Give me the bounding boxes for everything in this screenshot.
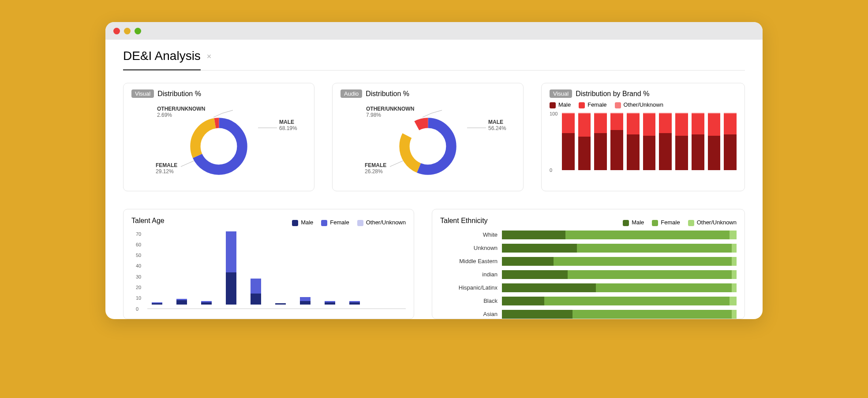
tab-header: DE&I Analysis ×	[123, 48, 745, 71]
legend-male: Male	[292, 219, 313, 226]
ethnicity-bar	[502, 231, 737, 239]
brand-bar	[708, 113, 721, 170]
age-bar	[251, 279, 261, 304]
app-window: DE&I Analysis × Visual Distribution %	[105, 22, 763, 319]
ethnicity-label: Unknown	[440, 245, 498, 251]
window-minimize-dot[interactable]	[124, 28, 131, 34]
label-female-pct: 26.28%	[365, 168, 386, 175]
label-male-name: MALE	[279, 119, 297, 125]
card-title: Audio Distribution %	[340, 89, 515, 98]
card-visual-distribution: Visual Distribution % OTHER	[123, 83, 314, 191]
ethnicity-row: Middle Eastern	[440, 257, 737, 266]
brand-bar	[643, 113, 656, 170]
y-tick: 70	[136, 231, 141, 237]
row-1: Visual Distribution % OTHER	[123, 83, 745, 191]
ethnicity-row: Asian	[440, 310, 737, 319]
card-title: Visual Distribution by Brand %	[550, 89, 737, 98]
y-tick: 0	[136, 306, 138, 312]
brand-bar	[724, 113, 737, 170]
ethnicity-label: Asian	[440, 311, 498, 317]
card-brand-distribution: Visual Distribution by Brand % Male Fema…	[541, 83, 745, 191]
donut-visual: OTHER/UNKNOWN 2.69% MALE 68.19% FEMALE 2…	[131, 98, 306, 186]
brand-bar	[675, 113, 688, 170]
ethnicity-bar	[502, 297, 737, 305]
label-other-pct: 7.98%	[366, 112, 414, 118]
row-2: Talent Age Male Female Other/Unknown 010…	[123, 209, 745, 319]
ethnicity-row: Black	[440, 297, 737, 305]
label-female-name: FEMALE	[156, 162, 177, 168]
y-tick: 10	[136, 295, 141, 301]
age-bar	[152, 302, 162, 305]
age-bar	[275, 303, 286, 304]
window-zoom-dot[interactable]	[135, 28, 141, 34]
age-bar	[325, 301, 335, 304]
card-audio-distribution: Audio Distribution % OTHER/	[332, 83, 524, 191]
brand-bar	[692, 113, 704, 170]
legend-female: Female	[652, 219, 680, 226]
ethnicity-label: Black	[440, 298, 498, 304]
ethnicity-row: White	[440, 231, 737, 239]
y-tick: 20	[136, 285, 141, 290]
badge-audio: Audio	[340, 89, 362, 98]
label-female-name: FEMALE	[365, 162, 386, 168]
legend-other: Other/Unknown	[357, 219, 406, 226]
brand-bar	[659, 113, 672, 170]
ethnicity-bar	[502, 244, 737, 253]
title-text: Talent Age	[131, 217, 165, 225]
ethnicity-rows: WhiteUnknownMiddle EasternindianHispanic…	[440, 231, 737, 319]
ethnicity-label: Hispanic/Latinx	[440, 284, 498, 291]
legend-other: Other/Unknown	[688, 219, 737, 226]
legend-brand: Male Female Other/Unknown	[550, 101, 737, 108]
title-text: Distribution by Brand %	[576, 90, 649, 98]
window-close-dot[interactable]	[113, 28, 120, 34]
badge-visual: Visual	[550, 89, 572, 98]
label-male-pct: 68.19%	[279, 125, 297, 131]
card-talent-ethnicity: Talent Ethnicity Male Female Other/Unkno…	[432, 209, 745, 319]
legend-male: Male	[550, 101, 571, 108]
title-text: Distribution %	[157, 90, 201, 98]
ethnicity-bar	[502, 270, 737, 279]
y-tick: 40	[136, 263, 141, 268]
window-titlebar	[105, 22, 763, 40]
legend-eth: Male Female Other/Unknown	[623, 219, 737, 226]
brand-bar	[610, 113, 623, 170]
ethnicity-bar	[502, 310, 737, 319]
ethnicity-row: Unknown	[440, 244, 737, 253]
donut-chart-audio	[397, 115, 459, 177]
ethnicity-row: Hispanic/Latinx	[440, 283, 737, 292]
brand-bar	[594, 113, 607, 170]
label-female-pct: 29.12%	[156, 168, 177, 175]
badge-visual: Visual	[131, 89, 154, 98]
donut-audio: OTHER/UNKNOWN 7.98% MALE 56.24% FEMALE 2…	[340, 98, 515, 186]
legend-female: Female	[321, 219, 349, 226]
legend-female: Female	[579, 101, 606, 108]
y-tick: 60	[136, 242, 141, 247]
age-chart: 010203040506070	[131, 230, 406, 313]
legend-other: Other/Unknown	[615, 101, 663, 108]
card-talent-age: Talent Age Male Female Other/Unknown 010…	[123, 209, 414, 319]
label-male-name: MALE	[488, 119, 506, 125]
close-tab-icon[interactable]: ×	[207, 52, 212, 61]
page-title: DE&I Analysis	[123, 49, 201, 71]
ethnicity-bar	[502, 283, 737, 292]
brand-bar	[562, 113, 575, 170]
age-bar	[176, 299, 187, 304]
age-bar	[349, 301, 360, 304]
age-bar	[201, 301, 212, 304]
y-tick: 50	[136, 253, 141, 258]
ethnicity-row: indian	[440, 270, 737, 279]
legend-male: Male	[623, 219, 644, 226]
label-other-name: OTHER/UNKNOWN	[157, 106, 205, 112]
y-tick: 30	[136, 274, 141, 279]
title-text: Distribution %	[366, 90, 409, 98]
legend-age: Male Female Other/Unknown	[292, 219, 406, 226]
label-other-pct: 2.69%	[157, 112, 205, 118]
card-title: Visual Distribution %	[131, 89, 306, 98]
age-bar	[226, 231, 236, 304]
ethnicity-label: indian	[440, 271, 498, 278]
label-other-name: OTHER/UNKNOWN	[366, 106, 414, 112]
label-male-pct: 56.24%	[488, 125, 506, 131]
ethnicity-label: White	[440, 231, 498, 238]
ethnicity-bar	[502, 257, 737, 266]
ethnicity-label: Middle Eastern	[440, 258, 498, 264]
